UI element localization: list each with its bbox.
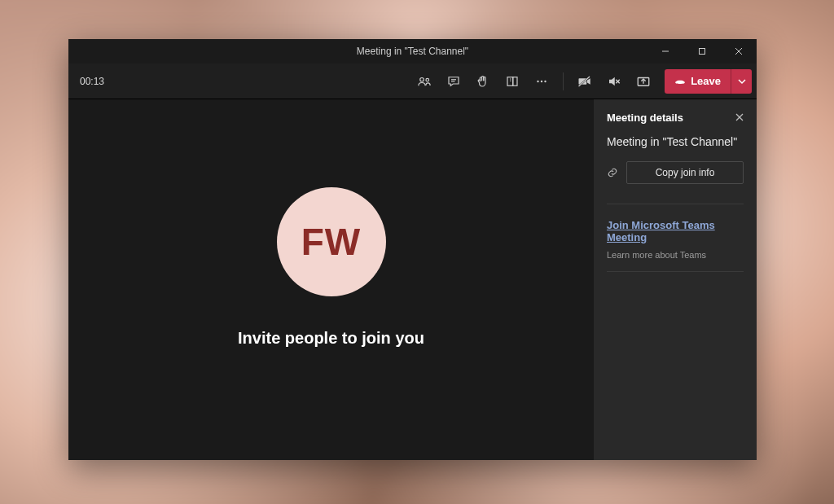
minimize-button[interactable] [647,39,683,64]
toolbar-divider [563,72,564,90]
leave-options-button[interactable] [731,69,752,94]
svg-point-4 [420,77,424,81]
more-button[interactable] [529,68,555,94]
svg-point-14 [544,80,546,81]
panel-close-button[interactable] [735,111,744,124]
participant-avatar: FW [277,187,386,296]
svg-point-5 [426,78,429,81]
call-toolbar: 00:13 Leave [68,64,757,99]
share-button[interactable] [630,68,656,94]
spacer [607,204,744,219]
chat-button[interactable] [441,68,467,94]
avatar-initials: FW [301,220,362,264]
meeting-name: Meeting in "Test Channel" [607,135,744,148]
call-timer: 00:13 [80,76,104,87]
svg-rect-9 [513,77,517,85]
svg-point-13 [541,80,542,81]
raise-hand-button[interactable] [470,68,496,94]
audio-toggle-button[interactable] [601,68,627,94]
learn-more-link[interactable]: Learn more about Teams [607,250,744,260]
meeting-details-panel: Meeting details Meeting in "Test Channel… [594,99,757,460]
window-controls [647,39,757,64]
svg-rect-8 [507,77,513,85]
svg-rect-1 [699,49,705,55]
link-icon [607,167,618,178]
maximize-button[interactable] [683,39,720,64]
main-stage: FW Invite people to join you [68,99,594,460]
camera-toggle-button[interactable] [572,68,598,94]
svg-point-12 [537,80,538,81]
close-button[interactable] [720,39,757,64]
leave-button[interactable]: Leave [665,69,731,94]
panel-separator [607,271,744,272]
join-teams-link[interactable]: Join Microsoft Teams Meeting [607,219,744,243]
copy-button-label: Copy join info [656,167,715,178]
titlebar: Meeting in "Test Channel" [68,39,757,64]
rooms-button[interactable] [499,68,525,94]
meeting-window: Meeting in "Test Channel" 00:13 [68,39,757,460]
window-body: FW Invite people to join you Meeting det… [68,99,757,460]
panel-header: Meeting details [607,111,744,124]
spacer [607,260,744,271]
panel-title: Meeting details [607,112,683,124]
copy-join-info-button[interactable]: Copy join info [626,161,744,184]
copy-join-row: Copy join info [607,161,744,184]
leave-button-group: Leave [665,69,752,94]
leave-button-label: Leave [691,75,721,87]
invite-prompt: Invite people to join you [238,329,424,348]
participants-button[interactable] [411,68,437,94]
